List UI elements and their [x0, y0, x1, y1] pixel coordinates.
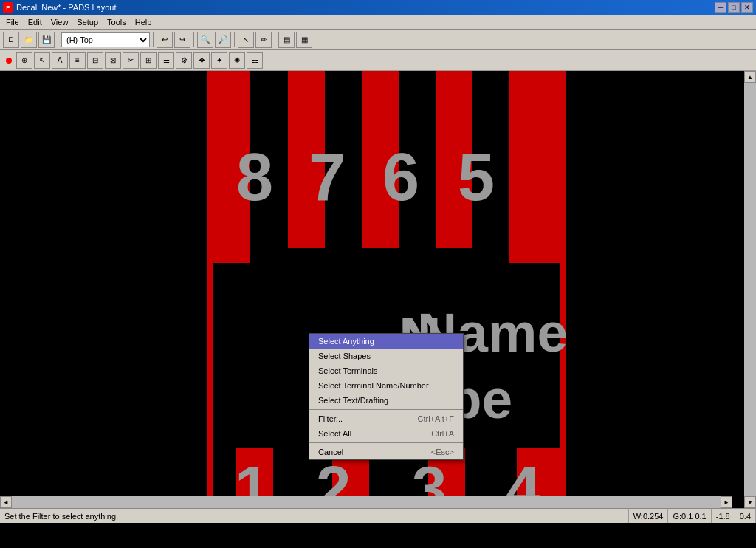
tb2-btn12[interactable]: ✦ — [211, 52, 227, 69]
canvas-area[interactable]: 8 7 6 5 Name ype 1 2 3 4 N Select Anythi… — [0, 71, 756, 508]
tb2-btn2[interactable]: ↖ — [34, 52, 50, 69]
zoom-out-button[interactable]: 🔎 — [215, 32, 231, 48]
tb2-btn5[interactable]: ⊟ — [87, 52, 103, 69]
ctx-select-all-shortcut: Ctrl+A — [431, 429, 454, 438]
window-title: Decal: New* - PADS Layout — [16, 3, 715, 12]
tb2-btn6[interactable]: ⊠ — [105, 52, 121, 69]
open-button[interactable]: 📁 — [21, 32, 37, 48]
status-message: Set the Filter to select anything. — [0, 509, 629, 523]
undo-button[interactable]: ↩ — [157, 32, 173, 48]
separator4 — [234, 32, 235, 47]
status-coord: -1.8 — [712, 509, 735, 523]
tb2-btn10[interactable]: ⚙ — [176, 52, 192, 69]
svg-rect-4 — [509, 71, 561, 263]
ctx-select-terminal-name[interactable]: Select Terminal Name/Number — [309, 378, 463, 393]
separator2 — [153, 32, 154, 47]
ctx-cancel[interactable]: Cancel <Esc> — [309, 445, 463, 459]
menu-view[interactable]: View — [47, 16, 73, 28]
layer-dropdown[interactable]: (H) Top Bottom — [61, 32, 150, 47]
menu-edit[interactable]: Edit — [24, 16, 47, 28]
ctx-select-shapes[interactable]: Select Shapes — [309, 349, 463, 363]
ctx-select-all[interactable]: Select All Ctrl+A — [309, 426, 463, 441]
window-controls: ─ □ ✕ — [715, 2, 753, 13]
select-button[interactable]: ↖ — [238, 32, 254, 48]
separator1 — [58, 32, 58, 47]
ctx-select-shapes-label: Select Shapes — [318, 352, 371, 360]
layer-btn1[interactable]: ▤ — [278, 32, 295, 48]
tb2-btn3[interactable]: A — [52, 52, 68, 69]
close-button[interactable]: ✕ — [741, 2, 753, 13]
status-val: 0.4 — [735, 509, 756, 523]
tb2-btn11[interactable]: ❖ — [193, 52, 210, 69]
svg-text:8: 8 — [236, 140, 273, 214]
svg-rect-5 — [207, 71, 213, 508]
scrollbar-vertical[interactable]: ▲ ▼ — [744, 71, 756, 508]
scroll-left-button[interactable]: ◄ — [0, 496, 12, 508]
ctx-filter-label: Filter... — [318, 414, 343, 423]
ctx-filter-shortcut: Ctrl+Alt+F — [417, 414, 454, 423]
tb2-btn14[interactable]: ☷ — [247, 52, 263, 69]
menu-setup[interactable]: Setup — [72, 16, 103, 28]
minimize-button[interactable]: ─ — [715, 2, 726, 13]
menu-tools[interactable]: Tools — [103, 16, 131, 28]
title-bar: P Decal: New* - PADS Layout ─ □ ✕ — [0, 0, 756, 15]
ctx-select-text-label: Select Text/Drafting — [318, 396, 388, 405]
ctx-cancel-label: Cancel — [318, 448, 343, 456]
menu-help[interactable]: Help — [131, 16, 157, 28]
toolbar1: 🗋 📁 💾 (H) Top Bottom ↩ ↪ 🔍 🔎 ↖ ✏ ▤ ▦ — [0, 30, 756, 50]
save-button[interactable]: 💾 — [38, 32, 55, 48]
scrollbar-horizontal[interactable]: ◄ ► — [0, 496, 732, 508]
new-button[interactable]: 🗋 — [3, 32, 19, 48]
redo-button[interactable]: ↪ — [174, 32, 190, 48]
zoom-in-button[interactable]: 🔍 — [197, 32, 213, 48]
scroll-vertical-track[interactable] — [744, 83, 756, 496]
menu-bar: File Edit View Setup Tools Help — [0, 15, 756, 30]
scroll-horizontal-track[interactable] — [12, 496, 721, 508]
ctx-select-terminal-name-label: Select Terminal Name/Number — [318, 381, 429, 390]
tb2-btn9[interactable]: ☰ — [158, 52, 174, 69]
ctx-select-anything[interactable]: Select Anything — [309, 334, 463, 349]
svg-rect-6 — [560, 71, 566, 508]
red-indicator — [6, 58, 12, 64]
ctx-filter[interactable]: Filter... Ctrl+Alt+F — [309, 411, 463, 426]
menu-file[interactable]: File — [1, 16, 24, 28]
scroll-right-button[interactable]: ► — [721, 496, 732, 508]
ctx-cancel-shortcut: <Esc> — [431, 448, 454, 456]
tb2-btn8[interactable]: ⊞ — [140, 52, 157, 69]
app-icon: P — [3, 2, 13, 13]
tb2-btn4[interactable]: ≡ — [69, 52, 86, 69]
status-bar: Set the Filter to select anything. W:0.2… — [0, 508, 756, 523]
status-w: W:0.254 — [629, 509, 669, 523]
svg-text:7: 7 — [309, 140, 346, 214]
toolbar2: ⊕ ↖ A ≡ ⊟ ⊠ ✂ ⊞ ☰ ⚙ ❖ ✦ ✺ ☷ — [0, 50, 756, 71]
ctx-select-anything-label: Select Anything — [318, 337, 374, 346]
ctx-select-text[interactable]: Select Text/Drafting — [309, 393, 463, 408]
ctx-select-terminals-label: Select Terminals — [318, 366, 378, 375]
scroll-up-button[interactable]: ▲ — [744, 71, 756, 83]
ctx-sep1 — [309, 409, 463, 410]
tb2-btn1[interactable]: ⊕ — [16, 52, 32, 69]
svg-text:6: 6 — [382, 140, 419, 214]
route-button[interactable]: ✏ — [255, 32, 272, 48]
ctx-select-all-label: Select All — [318, 429, 351, 438]
ctx-sep2 — [309, 442, 463, 443]
ctx-select-terminals[interactable]: Select Terminals — [309, 363, 463, 378]
status-g: G:0.1 0.1 — [668, 509, 711, 523]
tb2-btn13[interactable]: ✺ — [229, 52, 245, 69]
context-menu: Select Anything Select Shapes Select Ter… — [309, 333, 464, 460]
svg-text:5: 5 — [458, 140, 495, 214]
scroll-down-button[interactable]: ▼ — [744, 496, 756, 508]
separator3 — [193, 32, 194, 47]
separator5 — [275, 32, 275, 47]
tb2-btn7[interactable]: ✂ — [123, 52, 139, 69]
layer-btn2[interactable]: ▦ — [296, 32, 312, 48]
maximize-button[interactable]: □ — [728, 2, 740, 13]
